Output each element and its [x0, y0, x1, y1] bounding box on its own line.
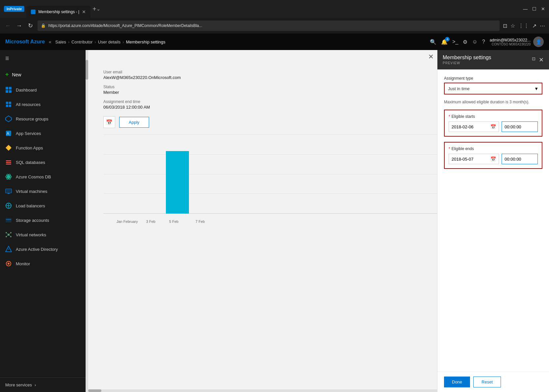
plus-icon: + [5, 71, 9, 78]
cloud-shell-icon[interactable]: >_ [452, 39, 458, 45]
sidebar-item-storage-accounts[interactable]: Storage accounts [0, 213, 86, 227]
storage-icon [5, 217, 12, 223]
smiley-icon[interactable]: ☺ [472, 39, 477, 45]
chevron-right-icon: › [35, 382, 36, 387]
svg-line-35 [6, 235, 9, 237]
vertical-scrollbar[interactable] [86, 50, 88, 392]
user-avatar[interactable]: 👤 [533, 37, 544, 47]
breadcrumb-membership-settings[interactable]: Membership settings [126, 39, 166, 44]
maximize-button[interactable]: ☐ [532, 6, 536, 12]
horizontal-scroll-thumb[interactable] [88, 389, 101, 392]
url-text: https://portal.azure.com/#blade/Microsof… [48, 23, 202, 28]
address-bar[interactable]: 🔒 https://portal.azure.com/#blade/Micros… [38, 20, 500, 31]
done-button[interactable]: Done [444, 377, 470, 387]
eligible-starts-time-input[interactable] [502, 121, 538, 132]
right-panel: Membership settings PREVIEW ⊡ ✕ Assignme… [437, 50, 549, 392]
breadcrumb-user-details[interactable]: User details [98, 39, 121, 44]
sidebar-label-sql-databases: SQL databases [16, 160, 45, 165]
vm-icon [5, 188, 12, 195]
right-panel-title-block: Membership settings PREVIEW [443, 55, 491, 65]
sidebar-item-azure-cosmos-db[interactable]: Azure Cosmos DB [0, 170, 86, 184]
calendar-button[interactable]: 📅 [103, 116, 115, 128]
apply-button[interactable]: Apply [119, 117, 149, 128]
eligible-starts-time-field[interactable] [505, 124, 535, 129]
reader-icon[interactable]: ⊡ [503, 23, 507, 29]
sidebar-item-app-services[interactable]: A App Services [0, 126, 86, 141]
chart-xlabel-2: 5 Feb [169, 220, 178, 223]
vertical-scroll-thumb[interactable] [86, 60, 88, 80]
sidebar-item-virtual-networks[interactable]: Virtual networks [0, 227, 86, 242]
eligible-ends-date-row: 📅 [449, 154, 538, 164]
sidebar-item-monitor[interactable]: Monitor [0, 256, 86, 271]
user-info[interactable]: admin@M365x23022... CONTOSO M365X230220 … [490, 37, 544, 47]
sidebar-item-all-resources[interactable]: All resources [0, 97, 86, 112]
sidebar-item-function-apps[interactable]: ⚡ Function Apps [0, 141, 86, 155]
sidebar-item-dashboard[interactable]: Dashboard [0, 83, 86, 97]
tab-close-button[interactable]: ✕ [82, 9, 86, 14]
eligible-ends-date-field[interactable] [452, 157, 490, 162]
monitor-icon [5, 260, 12, 267]
svg-rect-6 [6, 105, 8, 107]
sidebar-label-resource-groups: Resource groups [16, 117, 48, 121]
settings-gear-icon[interactable]: ⚙ [463, 39, 467, 45]
sidebar-label-all-resources: All resources [16, 102, 40, 107]
svg-text:⚡: ⚡ [7, 146, 12, 150]
sidebar-label-azure-active-directory: Azure Active Directory [16, 247, 58, 252]
new-tab-button[interactable]: + [92, 5, 96, 13]
eligible-starts-date-field[interactable] [452, 124, 490, 129]
forward-button[interactable]: → [15, 22, 23, 29]
breadcrumb-sales[interactable]: Sales [55, 39, 66, 44]
back-button[interactable]: ← [4, 22, 12, 29]
svg-rect-3 [9, 90, 12, 93]
chart-bar [166, 151, 189, 214]
collapse-sidebar-button[interactable]: « [49, 39, 51, 44]
sidebar-item-azure-active-directory[interactable]: * Azure Active Directory [0, 242, 86, 256]
address-bar-row: ← → ↻ 🔒 https://portal.azure.com/#blade/… [0, 18, 549, 34]
sidebar-item-sql-databases[interactable]: SQL databases [0, 155, 86, 170]
help-icon[interactable]: ? [482, 39, 485, 45]
settings-icon[interactable]: ⋯ [540, 23, 545, 29]
search-icon[interactable]: 🔍 [430, 39, 436, 45]
more-services-button[interactable]: More services › [0, 378, 86, 392]
eligible-ends-time-input[interactable] [502, 154, 538, 164]
user-name: admin@M365x23022... [490, 38, 531, 42]
eligible-starts-label: * Eligible starts [449, 114, 538, 119]
svg-point-40 [8, 263, 10, 265]
chart-xlabel-1: 3 Feb [146, 220, 155, 223]
content-area: User email AlexW@M365x230220.OnMicrosoft… [86, 50, 549, 392]
resize-panel-icon[interactable]: ⊡ [532, 56, 536, 64]
eligible-starts-calendar-icon[interactable]: 📅 [490, 124, 496, 129]
assignment-type-dropdown[interactable]: Just in time ▼ [444, 83, 542, 94]
favorites-icon[interactable]: ☆ [510, 23, 515, 29]
tab-dropdown-button[interactable]: ⌄ [96, 6, 100, 12]
sidebar-item-resource-groups[interactable]: Resource groups [0, 112, 86, 126]
share-icon[interactable]: ↗ [532, 23, 536, 29]
hamburger-menu[interactable]: ☰ [0, 50, 86, 66]
breadcrumb-contributor[interactable]: Contributor [71, 39, 92, 44]
sidebar-label-monitor: Monitor [16, 261, 30, 266]
eligible-ends-group: * Eligible ends 📅 [444, 142, 542, 169]
eligible-ends-time-field[interactable] [505, 157, 535, 162]
close-button[interactable]: ✕ [541, 6, 545, 12]
refresh-button[interactable]: ↻ [26, 22, 34, 29]
svg-rect-15 [6, 164, 11, 165]
dashboard-icon [5, 87, 12, 93]
eligible-starts-required-star: * [449, 114, 450, 119]
new-resource-button[interactable]: + New [0, 66, 86, 83]
reset-button[interactable]: Reset [473, 377, 501, 387]
active-tab[interactable]: Membership settings - | ✕ [26, 6, 91, 18]
sidebar-item-load-balancers[interactable]: Load balancers [0, 198, 86, 213]
eligible-starts-date-input[interactable]: 📅 [449, 121, 499, 132]
notifications-icon[interactable]: 🔔 4 [441, 39, 448, 45]
horizontal-scrollbar[interactable] [88, 389, 437, 392]
hub-icon[interactable]: ⋮⋮ [518, 23, 529, 29]
sidebar-item-virtual-machines[interactable]: Virtual machines [0, 184, 86, 198]
eligible-ends-calendar-icon[interactable]: 📅 [490, 156, 496, 162]
sidebar-label-azure-cosmos-db: Azure Cosmos DB [16, 174, 51, 179]
svg-rect-26 [6, 218, 11, 222]
close-panel-button[interactable]: ✕ [428, 53, 434, 61]
eligible-starts-date-row: 📅 [449, 121, 538, 132]
right-panel-close-button[interactable]: ✕ [539, 56, 544, 64]
eligible-ends-date-input[interactable]: 📅 [449, 154, 499, 164]
minimize-button[interactable]: — [523, 6, 528, 12]
